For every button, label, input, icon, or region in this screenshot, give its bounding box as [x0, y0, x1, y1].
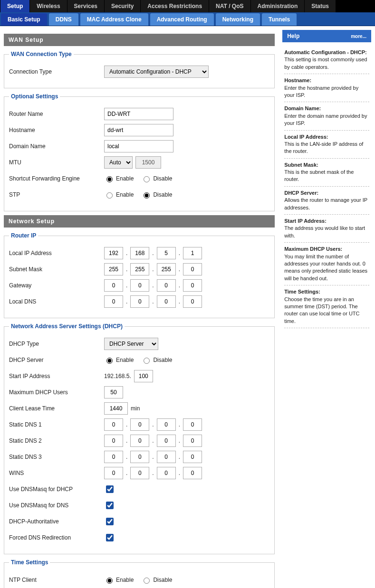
- select-connection-type[interactable]: Automatic Configuration - DHCP: [104, 66, 209, 78]
- check-dnsmasq-dhcp[interactable]: [106, 485, 114, 493]
- input-sdns1-2[interactable]: [157, 418, 176, 431]
- radio-dhcp-enable[interactable]: [106, 358, 113, 364]
- check-forced-dns[interactable]: [106, 534, 114, 541]
- input-domain[interactable]: [104, 140, 173, 152]
- radio-ntp-disable[interactable]: [144, 578, 150, 584]
- top-nav: SetupWirelessServicesSecurityAccess Rest…: [0, 0, 375, 12]
- input-sdns2-0[interactable]: [104, 435, 123, 447]
- radio-stp-disable[interactable]: [144, 192, 150, 199]
- input-local-ip-0[interactable]: [104, 247, 123, 259]
- input-mask-2[interactable]: [157, 263, 176, 275]
- input-gateway-1[interactable]: [130, 279, 149, 292]
- legend-dhcp: Network Address Server Settings (DHCP): [9, 323, 125, 330]
- input-wins-2[interactable]: [157, 467, 176, 479]
- input-start-ip[interactable]: [134, 370, 153, 382]
- label-stp: STP: [9, 191, 104, 198]
- input-wins-3[interactable]: [183, 467, 202, 479]
- input-gateway-3[interactable]: [183, 279, 202, 292]
- text-lease-unit: min: [131, 405, 140, 412]
- sub-tab-basic-setup[interactable]: Basic Setup: [1, 13, 47, 26]
- input-mask-0[interactable]: [104, 263, 123, 275]
- input-local-dns-3[interactable]: [183, 295, 202, 308]
- section-network-setup: Network Setup: [4, 215, 275, 228]
- help-more-link[interactable]: more...: [351, 34, 366, 39]
- top-tab-status[interactable]: Status: [304, 0, 336, 12]
- input-router-name[interactable]: [104, 108, 173, 120]
- input-sdns1-0[interactable]: [104, 418, 123, 431]
- sub-tab-tunnels[interactable]: Tunnels: [262, 13, 297, 26]
- radio-dhcp-disable[interactable]: [144, 358, 150, 364]
- input-lease[interactable]: [104, 402, 128, 415]
- radio-sfe-disable[interactable]: [144, 176, 150, 182]
- top-tab-wireless[interactable]: Wireless: [29, 0, 67, 12]
- input-wins-1[interactable]: [130, 467, 149, 479]
- label-dhcp-type: DHCP Type: [9, 341, 104, 347]
- label-gateway: Gateway: [9, 282, 104, 289]
- legend-time: Time Settings: [9, 559, 50, 566]
- input-max-users[interactable]: [104, 386, 123, 398]
- help-content: Automatic Configuration - DHCP:This sett…: [282, 42, 371, 332]
- help-item-0: Automatic Configuration - DHCP:This sett…: [284, 46, 369, 74]
- radio-stp-enable[interactable]: [106, 192, 113, 199]
- check-dhcp-auth[interactable]: [106, 518, 114, 525]
- input-local-dns-2[interactable]: [157, 295, 176, 308]
- input-gateway-0[interactable]: [104, 279, 123, 292]
- label-forced-dns: Forced DNS Redirection: [9, 534, 104, 541]
- input-sdns1-3[interactable]: [183, 418, 202, 431]
- legend-optional: Optional Settings: [9, 93, 60, 100]
- input-sdns1-1[interactable]: [130, 418, 149, 431]
- input-sdns3-1[interactable]: [130, 451, 149, 463]
- top-tab-access-restrictions[interactable]: Access Restrictions: [140, 0, 209, 12]
- radio-ntp-enable[interactable]: [106, 578, 113, 584]
- label-ntp: NTP Client: [9, 577, 104, 583]
- input-sdns2-3[interactable]: [183, 435, 202, 447]
- input-local-dns-0[interactable]: [104, 295, 123, 308]
- input-sdns2-1[interactable]: [130, 435, 149, 447]
- input-wins-0[interactable]: [104, 467, 123, 479]
- label-dnsmasq-dns: Use DNSMasq for DNS: [9, 502, 104, 509]
- top-tab-setup[interactable]: Setup: [0, 0, 29, 12]
- text-start-ip-prefix: 192.168.5.: [104, 373, 131, 379]
- top-tab-nat-qos[interactable]: NAT / QoS: [209, 0, 250, 12]
- section-wan-setup: WAN Setup: [4, 34, 275, 46]
- input-gateway-2[interactable]: [157, 279, 176, 292]
- input-local-ip-3[interactable]: [183, 247, 202, 259]
- input-mask-3[interactable]: [183, 263, 202, 275]
- input-mask-1[interactable]: [130, 263, 149, 275]
- input-local-ip-1[interactable]: [130, 247, 149, 259]
- legend-router-ip: Router IP: [9, 232, 38, 239]
- top-tab-services[interactable]: Services: [67, 0, 104, 12]
- fieldset-wan-connection: WAN Connection Type Connection Type Auto…: [4, 51, 275, 88]
- radio-sfe-enable[interactable]: [106, 176, 113, 182]
- help-header: Help more...: [282, 30, 371, 42]
- help-item-4: Subnet Mask:This is the subnet mask of t…: [284, 159, 369, 187]
- input-local-dns-1[interactable]: [130, 295, 149, 308]
- label-domain: Domain Name: [9, 143, 104, 150]
- sub-tab-ddns[interactable]: DDNS: [49, 13, 78, 26]
- input-sdns3-2[interactable]: [157, 451, 176, 463]
- label-sdns3: Static DNS 3: [9, 454, 104, 460]
- help-item-2: Domain Name:Enter the domain name provid…: [284, 102, 369, 130]
- label-wins: WINS: [9, 470, 104, 476]
- fieldset-router-ip: Router IP Local IP Address ... Subnet Ma…: [4, 232, 275, 318]
- input-hostname[interactable]: [104, 124, 173, 136]
- input-local-ip-2[interactable]: [157, 247, 176, 259]
- select-dhcp-type[interactable]: DHCP Server: [104, 338, 158, 350]
- fieldset-optional-settings: Optional Settings Router Name Hostname D…: [4, 93, 275, 211]
- select-mtu-mode[interactable]: Auto: [104, 156, 133, 169]
- input-sdns3-0[interactable]: [104, 451, 123, 463]
- label-lease: Client Lease Time: [9, 405, 104, 412]
- label-start-ip: Start IP Address: [9, 373, 104, 379]
- input-mtu-value[interactable]: [135, 156, 161, 169]
- label-local-dns: Local DNS: [9, 298, 104, 305]
- sub-tab-mac-address-clone[interactable]: MAC Address Clone: [80, 13, 148, 26]
- check-dnsmasq-dns[interactable]: [106, 502, 114, 509]
- input-sdns2-2[interactable]: [157, 435, 176, 447]
- label-router-name: Router Name: [9, 111, 104, 117]
- sub-tab-networking[interactable]: Networking: [216, 13, 260, 26]
- help-item-6: Start IP Address:The address you would l…: [284, 215, 369, 243]
- input-sdns3-3[interactable]: [183, 451, 202, 463]
- sub-tab-advanced-routing[interactable]: Advanced Routing: [150, 13, 214, 26]
- top-tab-administration[interactable]: Administration: [250, 0, 305, 12]
- top-tab-security[interactable]: Security: [104, 0, 140, 12]
